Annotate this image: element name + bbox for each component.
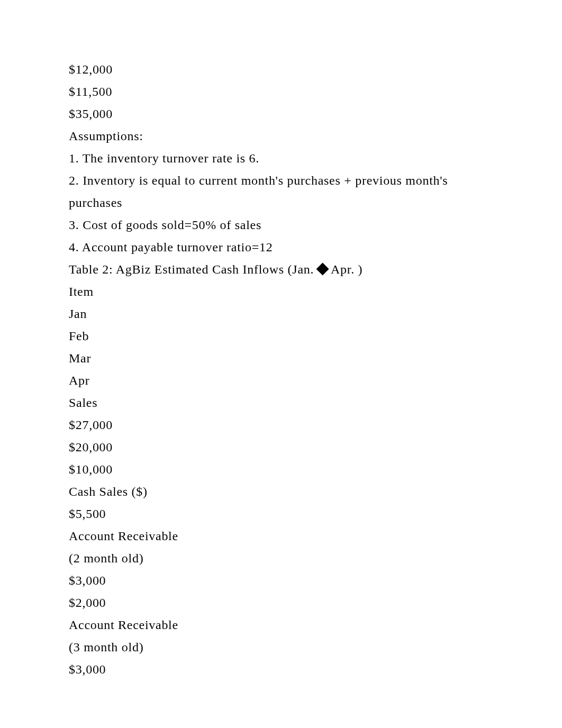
text-line: $20,000	[69, 436, 493, 458]
text-line: $11,500	[69, 80, 493, 103]
text-line: Account Receivable	[69, 614, 493, 636]
text-line: Mar	[69, 347, 493, 369]
text-line: $27,000	[69, 414, 493, 436]
text-line: Sales	[69, 392, 493, 414]
text-line: 4. Account payable turnover ratio=12	[69, 236, 493, 258]
text-line: $35,000	[69, 103, 493, 125]
diamond-icon	[316, 263, 329, 276]
text-line: Cash Sales ($)	[69, 480, 493, 503]
text-line: Item	[69, 280, 493, 303]
text-line: $3,000	[69, 658, 493, 680]
text-line: Apr	[69, 369, 493, 392]
text-line: $10,000	[69, 458, 493, 480]
text-line: 3. Cost of goods sold=50% of sales	[69, 214, 493, 236]
text-line: 2. Inventory is equal to current month's…	[69, 169, 493, 214]
document-page: $12,000 $11,500 $35,000 Assumptions: 1. …	[0, 0, 562, 728]
text-line: Account Receivable	[69, 525, 493, 547]
text-line: Feb	[69, 325, 493, 347]
text-line: $5,500	[69, 503, 493, 525]
text-line: $2,000	[69, 592, 493, 614]
text-line: (2 month old)	[69, 547, 493, 569]
text-line: Assumptions:	[69, 125, 493, 147]
text-line: (3 month old)	[69, 636, 493, 658]
text-line: $12,000	[69, 58, 493, 80]
text-line: Jan	[69, 303, 493, 325]
text-line: Table 2: AgBiz Estimated Cash Inflows (J…	[69, 258, 493, 280]
text-line: $3,000	[69, 569, 493, 592]
text-line: 1. The inventory turnover rate is 6.	[69, 147, 493, 169]
